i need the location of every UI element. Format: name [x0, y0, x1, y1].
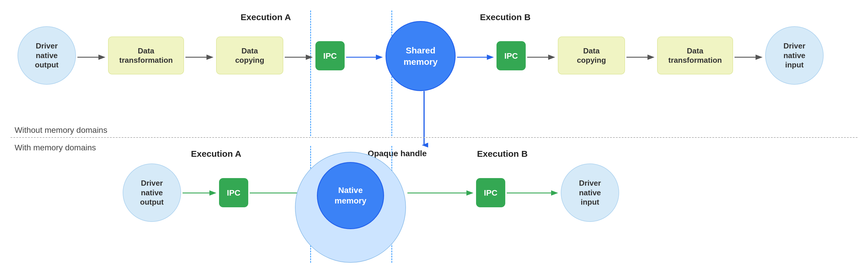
arrow-8	[735, 53, 764, 61]
arrow-2	[185, 53, 215, 61]
bottom-exec-a-label: Execution A	[175, 149, 257, 159]
top-driver-native-output: Driver native output	[18, 26, 76, 85]
arrow-4	[346, 53, 384, 61]
top-data-copying-a: Data copying	[216, 36, 283, 74]
without-memory-domains-label: Without memory domains	[14, 126, 107, 135]
top-driver-native-input: Driver native input	[765, 26, 824, 85]
arrow-3	[285, 53, 314, 61]
with-memory-domains-label: With memory domains	[14, 143, 96, 153]
top-ipc-b: IPC	[496, 41, 526, 70]
top-shared-memory: Shared memory	[385, 21, 456, 91]
arrow-6	[527, 53, 556, 61]
bottom-exec-b-label: Execution B	[461, 149, 543, 159]
top-data-copying-b: Data copying	[558, 36, 625, 74]
arrow-bot-1	[183, 189, 218, 197]
top-ipc-a: IPC	[315, 41, 345, 70]
arrow-bot-4	[507, 189, 559, 197]
arrow-1	[78, 53, 106, 61]
top-data-transformation-a: Data transformation	[108, 36, 184, 74]
arrow-5	[457, 53, 495, 61]
bottom-native-memory: Native memory	[317, 162, 384, 229]
top-exec-a-label: Execution A	[222, 12, 310, 22]
bottom-ipc-a: IPC	[219, 178, 248, 207]
arrow-shared-to-native	[420, 91, 428, 149]
bottom-driver-native-input: Driver native input	[561, 164, 619, 222]
vertical-line-left-top	[310, 10, 311, 136]
top-data-transformation-b: Data transformation	[657, 36, 733, 74]
top-exec-b-label: Execution B	[461, 12, 549, 22]
section-divider	[10, 137, 858, 138]
bottom-driver-native-output: Driver native output	[123, 164, 181, 222]
arrow-bot-3	[407, 189, 474, 197]
arrow-7	[626, 53, 656, 61]
bottom-ipc-b: IPC	[476, 178, 505, 207]
diagram-container: Execution A Execution B Driver native ou…	[0, 0, 868, 268]
